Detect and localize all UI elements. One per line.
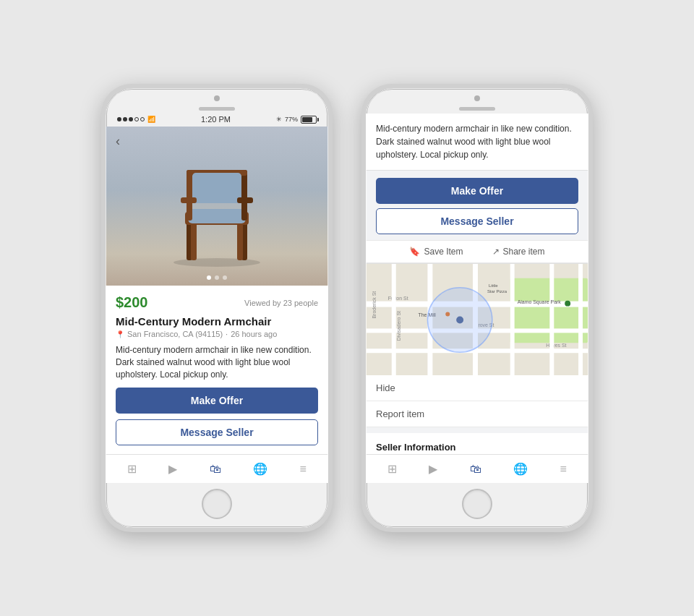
top-description-box: Mid-century modern armchair in like new … [366,114,588,171]
product-info: $200 Viewed by 23 people Mid-Century Mod… [106,286,328,454]
nav-icon-marketplace[interactable]: 🛍 [210,463,221,476]
svg-rect-29 [578,264,583,375]
nav-icon-world-right[interactable]: 🌐 [513,462,528,476]
svg-text:Little: Little [489,283,498,288]
share-item-label: Share item [503,247,545,257]
svg-point-37 [456,317,463,324]
right-make-offer-button[interactable]: Make Offer [376,178,578,204]
signal-dot-4 [134,117,139,121]
svg-text:Alamo Square Park: Alamo Square Park [518,299,562,305]
svg-rect-13 [237,197,253,203]
status-left: 📶 [117,116,155,123]
make-offer-button[interactable]: Make Offer [116,388,318,414]
nav-icon-news[interactable]: ⊞ [127,462,137,476]
phone-bottom-right [366,483,588,528]
svg-text:Divisadero St: Divisadero St [396,311,401,341]
save-item-action[interactable]: 🔖 Save Item [409,247,463,257]
svg-rect-4 [237,221,243,260]
right-screen: Mid-century modern armchair in like new … [366,114,588,483]
message-seller-button[interactable]: Message Seller [116,419,318,445]
svg-point-0 [174,258,260,267]
camera-right [474,95,480,101]
bottom-nav-left: ⊞ ▶ 🛍 🌐 ≡ [106,454,328,483]
home-button-left[interactable] [202,489,232,519]
status-bar-left: 📶 1:20 PM ✳ 77% [106,114,328,127]
hide-link[interactable]: Hide [366,375,588,401]
svg-rect-8 [241,170,247,221]
left-phone: 📶 1:20 PM ✳ 77% ‹ [101,84,333,532]
svg-rect-27 [510,264,515,375]
speaker-right [459,107,495,111]
nav-icon-video-right[interactable]: ▶ [429,462,437,476]
svg-text:Star Pizza: Star Pizza [487,289,507,294]
product-image-area: ‹ [106,127,328,286]
signal-dot-5 [140,117,145,121]
meta-separator: · [226,330,228,338]
nav-icon-marketplace-right[interactable]: 🛍 [470,463,481,476]
battery-icon-left [301,116,317,124]
product-description: Mid-century modern armchair in like new … [116,344,318,380]
image-carousel-dots [207,275,227,280]
location-icon: 📍 [116,330,124,338]
home-button-right[interactable] [462,489,492,519]
bluetooth-icon: ✳ [276,116,282,123]
phone-top-left [106,88,328,114]
battery-fill-left [302,117,312,122]
right-message-seller-button[interactable]: Message Seller [376,208,578,234]
svg-text:Fulton St: Fulton St [388,296,408,301]
viewed-count: Viewed by 23 people [244,299,318,307]
save-item-label: Save Item [424,247,463,257]
map-svg: Fulton St Grove St Hayes St Broderick St… [366,264,588,375]
map-container[interactable]: Fulton St Grove St Hayes St Broderick St… [366,263,588,375]
report-link[interactable]: Report item [366,401,588,427]
product-time: 26 hours ago [231,330,277,338]
svg-text:Hayes St: Hayes St [546,343,566,348]
product-location: San Francisco, CA (94115) [127,330,223,338]
chair-image [106,127,328,286]
signal-dot-2 [123,117,127,121]
signal-dot-3 [129,117,133,121]
battery-percent-left: 77% [285,116,298,123]
right-scroll-content: Mid-century modern armchair in like new … [366,114,588,454]
svg-rect-12 [181,197,197,203]
svg-rect-7 [187,170,192,221]
svg-rect-3 [191,221,197,260]
price-row: $200 Viewed by 23 people [116,294,318,311]
svg-rect-26 [392,264,396,375]
nav-icon-menu-right[interactable]: ≡ [560,463,566,476]
camera-left [214,95,220,101]
phone-bottom-left [106,483,328,528]
phone-top-right [366,88,588,114]
bookmark-icon: 🔖 [409,247,420,257]
nav-icon-world[interactable]: 🌐 [253,462,267,476]
dot-3 [223,275,227,280]
chair-svg [159,141,275,271]
nav-icon-news-right[interactable]: ⊞ [387,462,397,476]
status-right-left: ✳ 77% [276,116,317,124]
bottom-nav-right: ⊞ ▶ 🛍 🌐 ≡ [366,454,588,483]
nav-icon-video[interactable]: ▶ [168,462,177,476]
svg-point-35 [565,301,570,307]
svg-rect-11 [192,173,241,203]
top-description-text: Mid-century modern armchair in like new … [376,124,572,160]
svg-rect-6 [188,209,246,223]
map-background: Fulton St Grove St Hayes St Broderick St… [366,264,588,375]
share-icon: ↗ [492,247,500,257]
product-meta: 📍 San Francisco, CA (94115) · 26 hours a… [116,330,318,338]
back-arrow[interactable]: ‹ [116,134,120,149]
seller-section-title: Seller Information [376,442,578,453]
share-item-action[interactable]: ↗ Share item [492,247,545,257]
action-row: 🔖 Save Item ↗ Share item [366,240,588,263]
product-title: Mid-Century Modern Armchair [116,315,318,328]
status-time-left: 1:20 PM [201,115,231,124]
right-phone: Mid-century modern armchair in like new … [361,84,593,532]
left-screen: ‹ [106,127,328,483]
nav-icon-menu[interactable]: ≡ [299,463,306,476]
signal-dot-1 [117,117,121,121]
svg-rect-15 [510,278,588,343]
seller-section: Seller Information [366,433,588,454]
signal-dots [117,117,145,121]
svg-rect-28 [549,264,554,375]
product-price: $200 [116,294,148,311]
speaker-left [199,107,235,111]
